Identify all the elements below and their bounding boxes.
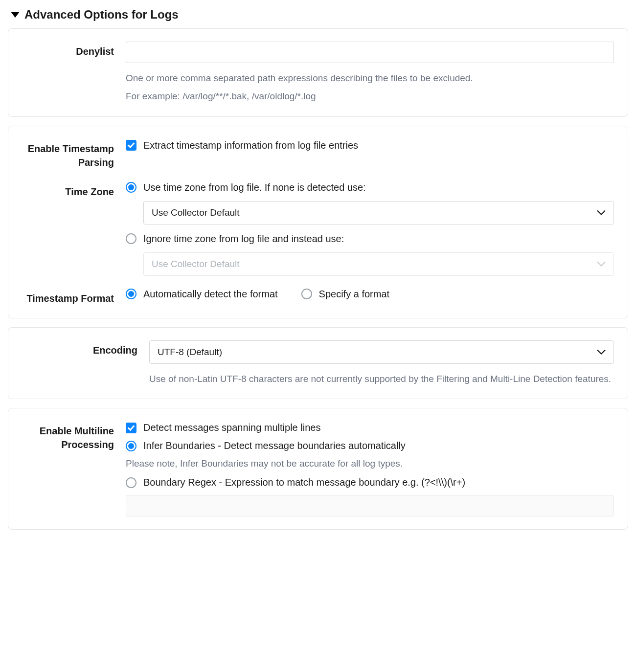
timezone-ignore-select: Use Collector Default (143, 252, 614, 276)
enable-timestamp-text: Extract timestamp information from log f… (143, 140, 358, 151)
enable-timestamp-label: Enable Timestamp Parsing (16, 139, 114, 169)
encoding-help: Use of non-Latin UTF-8 characters are no… (149, 372, 614, 386)
multiline-infer-radio[interactable] (126, 441, 136, 451)
multiline-regex-text: Boundary Regex - Expression to match mes… (143, 477, 465, 488)
enable-timestamp-checkbox[interactable] (126, 140, 136, 151)
format-specify-text: Specify a format (319, 289, 390, 300)
multiline-detect-checkbox[interactable] (126, 423, 136, 433)
format-specify-radio[interactable] (301, 289, 312, 299)
timezone-use-file-radio[interactable] (126, 182, 136, 193)
section-title: Advanced Options for Logs (24, 8, 179, 22)
encoding-panel: Encoding UTF-8 (Default) Use of non-Lati… (8, 327, 628, 399)
format-auto-radio[interactable] (126, 289, 136, 299)
chevron-down-icon (597, 210, 606, 215)
timezone-use-file-select[interactable]: Use Collector Default (143, 201, 614, 224)
multiline-infer-note: Please note, Infer Boundaries may not be… (126, 458, 614, 469)
timestamp-format-label: Timestamp Format (16, 289, 114, 305)
encoding-label: Encoding (16, 340, 137, 357)
multiline-infer-text: Infer Boundaries - Detect message bounda… (143, 440, 406, 451)
multiline-regex-input (126, 495, 614, 516)
advanced-options-toggle[interactable]: Advanced Options for Logs (11, 8, 628, 22)
chevron-down-icon (597, 261, 606, 267)
encoding-select[interactable]: UTF-8 (Default) (149, 340, 614, 364)
timezone-use-file-text: Use time zone from log file. If none is … (143, 182, 366, 193)
timezone-ignore-select-value: Use Collector Default (152, 259, 240, 269)
timezone-ignore-radio[interactable] (126, 233, 136, 244)
denylist-panel: Denylist One or more comma separated pat… (8, 28, 628, 117)
denylist-input[interactable] (126, 42, 614, 63)
timezone-ignore-text: Ignore time zone from log file and inste… (143, 233, 344, 245)
timezone-label: Time Zone (16, 182, 114, 199)
timezone-use-file-select-value: Use Collector Default (152, 207, 240, 218)
multiline-regex-radio[interactable] (126, 477, 136, 488)
caret-down-icon (11, 12, 20, 18)
multiline-detect-text: Detect messages spanning multiple lines (143, 422, 320, 433)
encoding-select-value: UTF-8 (Default) (158, 347, 222, 358)
denylist-label: Denylist (16, 42, 114, 58)
chevron-down-icon (597, 349, 606, 355)
multiline-panel: Enable Multiline Processing Detect messa… (8, 408, 628, 530)
format-auto-text: Automatically detect the format (143, 289, 278, 300)
timestamp-panel: Enable Timestamp Parsing Extract timesta… (8, 126, 628, 318)
multiline-label: Enable Multiline Processing (16, 421, 114, 451)
denylist-help1: One or more comma separated path express… (126, 71, 614, 85)
denylist-help2: For example: /var/log/**/*.bak, /var/old… (126, 89, 614, 103)
